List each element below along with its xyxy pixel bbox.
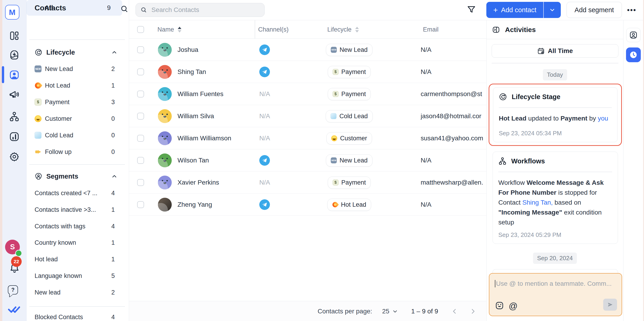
avatar — [158, 43, 172, 57]
sidebar-title: Contacts — [34, 4, 66, 12]
app-rail: M S 22 ? — [2, 0, 26, 321]
activities-tab-active[interactable] — [626, 48, 641, 62]
segment-item-language-known[interactable]: Language known5 — [34, 268, 115, 284]
contact-email: jason48@hotmail.cor — [421, 105, 486, 127]
row-checkbox[interactable] — [137, 90, 144, 98]
lifecycle-stage-card[interactable]: Lifecycle Stage Hot Lead updated to Paym… — [493, 87, 618, 142]
per-page-select[interactable]: 25 — [382, 301, 398, 321]
table-row-joshua[interactable]: Joshua New Lead N/A — [129, 39, 486, 61]
more-options-button[interactable]: ••• — [624, 0, 640, 20]
card-title: Workflows — [498, 157, 545, 165]
inbox-icon[interactable] — [9, 50, 20, 61]
segments-section-label: Segments — [46, 172, 78, 180]
broadcast-icon[interactable] — [9, 90, 20, 100]
workflows-nav-icon[interactable] — [9, 111, 20, 122]
add-contact-dropdown[interactable] — [544, 2, 561, 18]
page-range: 1 – 9 of 9 — [411, 301, 438, 321]
column-header-name[interactable]: Name — [158, 20, 182, 39]
table-row-william-silva[interactable]: William Silva N/A Cold Lead jason48@hotm… — [129, 105, 486, 127]
chevron-up-icon[interactable] — [111, 173, 118, 180]
mention-icon[interactable]: @ — [509, 301, 518, 311]
contact-email: N/A — [421, 149, 486, 172]
table-row-william-williamson[interactable]: William Williamson N/A Customer susan41@… — [129, 127, 486, 149]
previous-page-button[interactable] — [450, 301, 458, 321]
segment-item-hot-lead[interactable]: Hot lead1 — [34, 251, 115, 268]
channel-na: N/A — [259, 105, 270, 127]
sort-icon[interactable] — [178, 27, 182, 32]
table-row-zheng-yang[interactable]: Zheng Yang Hot Lead N/A — [129, 194, 486, 216]
lifecycle-section-icon — [34, 48, 42, 56]
send-comment-button[interactable] — [603, 299, 617, 311]
add-contact-button[interactable]: +Add contact — [486, 2, 561, 18]
divider — [492, 63, 618, 63]
sidebar-item-blocked-contacts[interactable]: Blocked Contacts4 — [34, 309, 115, 321]
workspace-logo[interactable]: M — [5, 5, 19, 20]
row-checkbox[interactable] — [137, 179, 144, 186]
customer-emoji-icon — [34, 115, 42, 122]
brand-doublecheck-icon[interactable] — [8, 304, 21, 315]
lifecycle-emoji-icon — [331, 158, 337, 164]
emoji-picker-icon[interactable] — [495, 301, 504, 310]
dashboard-icon[interactable] — [9, 30, 20, 41]
help-icon[interactable]: ? — [8, 285, 18, 294]
chevron-up-icon[interactable] — [111, 49, 118, 56]
table-row-wilson-tan[interactable]: Wilson Tan New Lead N/A — [129, 149, 486, 172]
select-all-checkbox[interactable] — [137, 26, 144, 33]
cold-lead-emoji-icon — [34, 132, 42, 139]
actor-link[interactable]: you — [598, 115, 608, 122]
contact-details-tab[interactable] — [626, 28, 640, 42]
row-checkbox[interactable] — [137, 68, 144, 75]
sidebar-item-cold-lead[interactable]: Cold Lead0 — [34, 127, 115, 144]
segment-item-country-known[interactable]: Country known1 — [34, 234, 115, 251]
comment-input[interactable]: Use @ to mention a teammate. Comm... — [495, 280, 617, 287]
sidebar-item-follow-up[interactable]: Follow up0 — [34, 144, 115, 160]
table-row-shing-tan[interactable]: Shing Tan Payment N/A — [129, 61, 486, 83]
segments-section-header[interactable]: Segments — [34, 169, 118, 183]
sidebar-search-icon[interactable] — [120, 4, 129, 13]
add-segment-button[interactable]: Add segment — [566, 2, 622, 18]
time-filter-button[interactable]: All Time — [492, 44, 618, 58]
segment-item-new-lead[interactable]: New lead2 — [34, 284, 115, 301]
panel-expand-icon[interactable] — [492, 26, 500, 34]
workflows-card[interactable]: Workflows Workflow Welcome Message & Ask… — [492, 152, 618, 244]
hot-lead-emoji-icon — [34, 81, 42, 90]
column-header-lifecycle[interactable]: Lifecycle — [327, 20, 359, 39]
row-checkbox[interactable] — [137, 135, 144, 142]
next-page-button[interactable] — [469, 301, 477, 321]
sidebar-item-payment[interactable]: Payment3 — [34, 94, 115, 110]
sidebar-item-customer[interactable]: Customer0 — [34, 110, 115, 127]
settings-icon[interactable] — [9, 152, 20, 162]
channel-na: N/A — [259, 83, 270, 105]
row-checkbox[interactable] — [137, 113, 144, 120]
segment-item-inactive[interactable]: Contacts inactive >3...1 — [34, 202, 115, 218]
table-row-xavier-perkins[interactable]: Xavier Perkins N/A Payment matthewsharp@… — [129, 172, 486, 194]
lifecycle-emoji-icon — [331, 135, 337, 141]
contact-link[interactable]: Shing Tan, — [522, 199, 553, 206]
user-avatar-letter: S — [10, 243, 15, 251]
contacts-search[interactable] — [136, 3, 264, 17]
sidebar-item-hot-lead[interactable]: Hot Lead1 — [34, 77, 115, 94]
lifecycle-emoji-icon — [330, 113, 336, 119]
sort-icon[interactable] — [355, 27, 359, 32]
table-row-william-fuentes[interactable]: William Fuentes N/A Payment carmenthomps… — [129, 83, 486, 105]
online-status-dot — [15, 250, 22, 257]
row-checkbox[interactable] — [137, 201, 144, 208]
filter-icon[interactable] — [466, 5, 477, 16]
lifecycle-section-label: Lifecycle — [46, 48, 75, 56]
lifecycle-emoji-icon — [332, 69, 338, 75]
table-header: Name Channel(s) Lifecycle Email — [129, 20, 486, 39]
segment-item-with-tags[interactable]: Contacts with tags4 — [34, 218, 115, 234]
notification-count-badge: 22 — [11, 256, 22, 267]
contacts-nav-icon[interactable] — [9, 70, 20, 80]
workspace-logo-letter: M — [9, 8, 16, 17]
lifecycle-emoji-icon — [332, 180, 338, 186]
search-input[interactable] — [151, 6, 260, 14]
lifecycle-section-header[interactable]: Lifecycle — [34, 46, 118, 59]
today-chip: Today — [543, 69, 567, 80]
sidebar-item-new-lead[interactable]: New Lead2 — [34, 60, 115, 77]
reports-icon[interactable] — [9, 131, 20, 142]
comment-composer[interactable]: Use @ to mention a teammate. Comm... @ — [489, 273, 622, 316]
row-checkbox[interactable] — [137, 46, 144, 53]
row-checkbox[interactable] — [137, 157, 144, 164]
segment-item-created[interactable]: Contacts created <7 ...4 — [34, 185, 115, 202]
